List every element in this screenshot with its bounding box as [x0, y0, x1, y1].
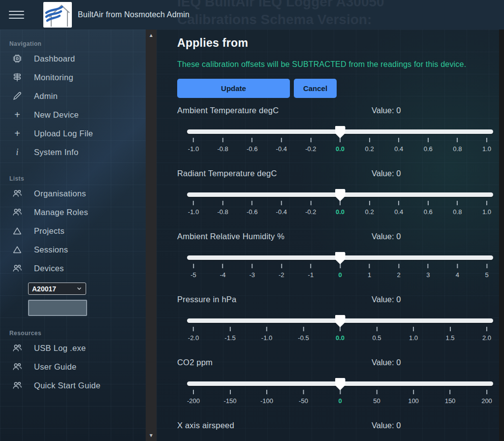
slider: -200-150-100-50050100150200 [187, 381, 493, 405]
slider-thumb[interactable] [335, 315, 346, 327]
tick-label: -0.8 [217, 208, 228, 216]
tick-mark [340, 327, 341, 331]
tick-label: 0 [338, 271, 342, 279]
slider-tick: 0.5 [372, 327, 381, 342]
tick-mark [310, 264, 311, 268]
sidebar-item-upload-log-file[interactable]: +Upload Log File [0, 124, 146, 143]
app-header: IEQ BuiltAir IEQ Logger A30050 Calibrati… [0, 0, 504, 30]
tick-mark [486, 327, 487, 331]
slider-tick: -4 [220, 264, 226, 279]
sidebar-item-monitoring[interactable]: Monitoring [0, 68, 146, 87]
slider-value: Value: 0 [372, 358, 495, 368]
slider-tick: -1.0 [261, 327, 272, 342]
tick-label: -0.4 [276, 145, 287, 153]
slider: -1.0-0.8-0.6-0.4-0.20.00.20.40.60.81.0 [187, 129, 493, 153]
sidebar-item-system-info[interactable]: iSystem Info [0, 143, 146, 161]
tick-mark [428, 138, 429, 142]
slider-value: Value: 0 [372, 232, 495, 242]
people-icon [11, 379, 23, 391]
slider-tickzone: -1.0-0.8-0.6-0.4-0.20.00.20.40.60.81.0 [193, 192, 487, 216]
slider-tick: -150 [223, 390, 236, 405]
tick-mark [340, 264, 341, 268]
tick-label: 1.0 [482, 208, 491, 216]
sidebar-item-sessions[interactable]: Sessions [0, 240, 146, 259]
tick-label: -0.2 [305, 208, 316, 216]
slider-list: Ambient Temperature degCValue: 0-1.0-0.8… [177, 106, 499, 441]
sidebar-item-organisations[interactable]: Organisations [0, 184, 146, 203]
sidebar-item-label: Sessions [34, 245, 68, 254]
sidebar-item-label: New Device [34, 110, 79, 120]
sidebar-item-projects[interactable]: Projects [0, 221, 146, 240]
sidebar-item-user-guide[interactable]: User Guide [0, 357, 146, 376]
hamburger-menu-icon[interactable] [9, 11, 24, 19]
sidebar-scrollbar[interactable]: ▲ ▼ [146, 30, 157, 441]
scroll-down-icon[interactable]: ▼ [149, 430, 154, 441]
tick-mark [457, 264, 458, 268]
sidebar-item-usb-log-exe[interactable]: USB Log .exe [0, 339, 146, 357]
update-button[interactable]: Update [177, 79, 290, 98]
tick-mark [413, 390, 414, 394]
tick-label: 50 [373, 397, 380, 405]
slider-tick: 3 [426, 264, 430, 279]
slider-tick: -50 [299, 390, 308, 405]
slider-thumb[interactable] [335, 378, 346, 390]
tick-label: 0.2 [365, 145, 374, 153]
device-select-value: A20017 [32, 285, 56, 293]
slider-group-x-axis-airspeed: X axis airspeedValue: 0 [177, 421, 495, 441]
slider-tick: 200 [481, 390, 492, 405]
tick-mark [193, 201, 194, 205]
slider-group-ambient-temperature-degc: Ambient Temperature degCValue: 0-1.0-0.8… [177, 106, 495, 153]
tick-mark [369, 138, 370, 142]
slider-tick: 0.8 [453, 138, 462, 153]
sidebar-section-label-navigation: Navigation [9, 40, 146, 47]
slider-thumb[interactable] [335, 189, 346, 201]
scroll-up-icon[interactable]: ▲ [149, 30, 154, 41]
slider-thumb[interactable] [335, 126, 346, 138]
empty-gray-box[interactable] [28, 300, 87, 316]
tick-mark [340, 390, 341, 394]
sidebar-item-admin[interactable]: Admin [0, 87, 146, 105]
tick-mark [266, 327, 267, 331]
tick-label: -3 [249, 271, 255, 279]
sidebar-section-label-lists: Lists [9, 175, 146, 182]
main-scrollbar[interactable] [499, 30, 504, 441]
slider-tick: 0.0 [336, 138, 345, 153]
sidebar-item-label: Dashboard [34, 54, 75, 63]
tick-label: -1.0 [188, 145, 199, 153]
people-icon [11, 361, 23, 373]
slider-tick: -3 [249, 264, 255, 279]
slider-tick: -200 [187, 390, 200, 405]
sidebar-item-label: Devices [34, 264, 64, 273]
main-content: Applies from These calibration offsets w… [157, 30, 499, 441]
app-window: IEQ BuiltAir IEQ Logger A30050 Calibrati… [0, 0, 504, 441]
tick-mark [193, 327, 194, 331]
page-ghost-title-line2: Calibrations Schema Version: [177, 12, 372, 28]
slider-tick: 4 [456, 264, 459, 279]
tick-mark [340, 138, 341, 142]
tick-mark [428, 201, 429, 205]
device-select-dropdown[interactable]: A20017 [28, 283, 86, 295]
tick-label: 0.6 [424, 145, 433, 153]
slider-label: Ambient Relative Humidity % [177, 232, 372, 242]
slider-group-pressure-in-hpa: Pressure in hPaValue: 0-2.0-1.5-1.0-0.50… [177, 295, 495, 342]
tick-mark [457, 138, 458, 142]
sidebar-item-quick-start-guide[interactable]: Quick Start Guide [0, 376, 146, 395]
slider-tick: -0.5 [298, 327, 309, 342]
pencil-icon [11, 90, 23, 102]
sidebar-item-devices[interactable]: Devices [0, 259, 146, 278]
tick-mark [398, 201, 399, 205]
cancel-button[interactable]: Cancel [294, 79, 337, 98]
slider-head: Radiant Temperature degCValue: 0 [177, 169, 495, 179]
slider-thumb[interactable] [335, 252, 346, 264]
tick-mark [230, 390, 231, 394]
tick-mark [486, 264, 487, 268]
tick-label: -1 [308, 271, 314, 279]
sidebar-item-dashboard[interactable]: Dashboard [0, 49, 146, 68]
sidebar-item-manage-roles[interactable]: Manage Roles [0, 203, 146, 221]
tick-label: 2.0 [482, 334, 491, 342]
slider-tick: -100 [260, 390, 273, 405]
sidebar-item-new-device[interactable]: +New Device [0, 105, 146, 124]
page-ghost-title-line1: IEQ BuiltAir IEQ Logger A30050 [177, 0, 384, 10]
people-icon [11, 188, 23, 199]
slider-tick: 100 [408, 390, 419, 405]
